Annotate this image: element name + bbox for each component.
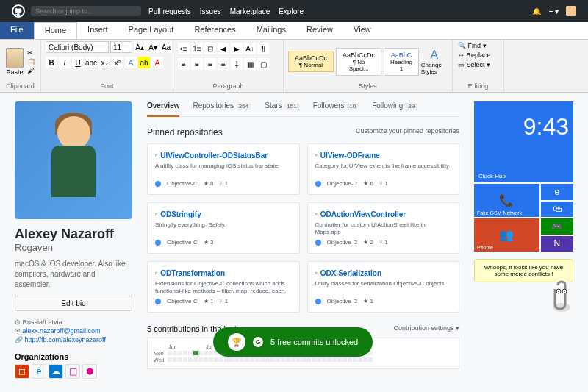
- repo-name: UIViewController-ODStatusBar: [160, 152, 268, 160]
- nav-explore[interactable]: Explore: [279, 7, 304, 15]
- tab-references[interactable]: References: [184, 22, 245, 39]
- replace-button[interactable]: ↔ Replace: [457, 51, 492, 60]
- highlight-icon[interactable]: ab: [138, 57, 150, 68]
- format-painter-icon[interactable]: 🖌: [27, 67, 35, 74]
- customize-link[interactable]: Customize your pinned repositories: [356, 127, 459, 138]
- ie-tile[interactable]: e: [541, 184, 573, 200]
- org-icon[interactable]: ☁: [49, 364, 63, 379]
- avatar[interactable]: [15, 101, 132, 219]
- repo-card[interactable]: ▫ODStringifyStringify everything. Safely…: [147, 202, 300, 254]
- search-input[interactable]: Search or jump to...: [31, 6, 141, 16]
- nav-issues[interactable]: Issues: [200, 7, 221, 15]
- onenote-tile[interactable]: N: [541, 236, 573, 252]
- repo-name: UIView-ODFrame: [320, 152, 380, 160]
- bullets-icon[interactable]: •≡: [178, 43, 190, 54]
- decrease-indent-icon[interactable]: ◀: [218, 43, 229, 54]
- tab-review[interactable]: Review: [296, 22, 343, 39]
- notifications-icon[interactable]: 🔔: [532, 7, 541, 15]
- org-icon[interactable]: ◫: [65, 364, 80, 379]
- url-link[interactable]: 🔗 http://fb.com/alexeynazaroff: [15, 336, 132, 343]
- tab-view[interactable]: View: [343, 22, 381, 39]
- shading-icon[interactable]: ▦: [244, 58, 256, 70]
- repo-card[interactable]: ▫ODActionViewControllerController for cu…: [307, 202, 460, 254]
- font-family-select[interactable]: [46, 41, 109, 53]
- justify-icon[interactable]: ≡: [218, 58, 229, 70]
- tab-file[interactable]: File: [0, 22, 34, 39]
- clock-tile[interactable]: 9:43 Clock Hub: [474, 101, 573, 182]
- select-button[interactable]: ▭ Select ▾: [457, 60, 491, 69]
- g-badge-icon: G: [253, 337, 263, 347]
- xbox-tile[interactable]: 🎮: [541, 218, 573, 235]
- github-logo-icon[interactable]: [12, 4, 25, 18]
- user-avatar-icon[interactable]: [566, 6, 576, 16]
- line-spacing-icon[interactable]: ‡: [231, 58, 243, 70]
- grow-font-icon[interactable]: A▴: [134, 41, 146, 53]
- bold-icon[interactable]: B: [46, 57, 57, 68]
- paragraph-group-label: Paragraph: [178, 82, 279, 90]
- editing-group-label: Editing: [457, 82, 499, 90]
- repo-card[interactable]: ▫UIViewController-ODStatusBarA utility c…: [147, 143, 300, 195]
- paste-button[interactable]: Paste: [4, 46, 25, 77]
- tab-mailings[interactable]: Mailings: [246, 22, 296, 39]
- edit-bio-button[interactable]: Edit bio: [15, 296, 132, 311]
- sort-icon[interactable]: A↓: [244, 43, 256, 54]
- nav-marketplace[interactable]: Marketplace: [230, 7, 270, 15]
- contrib-settings[interactable]: Contribution settings ▾: [393, 324, 459, 333]
- borders-icon[interactable]: ▢: [257, 58, 269, 70]
- font-size-select[interactable]: [110, 41, 132, 53]
- align-center-icon[interactable]: ≡: [191, 58, 203, 70]
- achievement-toast[interactable]: 🏆 G 5 free commits unlocked: [213, 327, 373, 357]
- text-effects-icon[interactable]: A: [125, 57, 137, 68]
- subscript-icon[interactable]: x₂: [98, 57, 110, 68]
- strikethrough-icon[interactable]: abc: [85, 57, 97, 68]
- org-icon[interactable]: ⬢: [82, 364, 97, 379]
- increase-indent-icon[interactable]: ▶: [231, 43, 243, 54]
- org-icon[interactable]: ◻: [15, 364, 29, 379]
- shrink-font-icon[interactable]: A▾: [147, 41, 159, 53]
- store-tile[interactable]: 🛍: [541, 202, 573, 218]
- nav-following[interactable]: Following 39: [372, 101, 417, 110]
- nav-overview[interactable]: Overview: [147, 101, 179, 117]
- underline-icon[interactable]: U: [72, 57, 84, 68]
- tab-page-layout[interactable]: Page Layout: [118, 22, 184, 39]
- nav-followers[interactable]: Followers 10: [313, 101, 359, 110]
- email-link[interactable]: ✉ alexx.nazaroff@gmail.com: [15, 327, 132, 335]
- repo-card[interactable]: ▫ODTransformationExtensions for Objectiv…: [147, 261, 300, 313]
- font-color-icon[interactable]: A: [151, 57, 163, 68]
- location: ⊙ Russia/Latvia: [15, 318, 132, 326]
- nav-pull-requests[interactable]: Pull requests: [148, 7, 191, 15]
- clippy-icon[interactable]: [547, 278, 576, 315]
- style-no-spacing[interactable]: AaBbCcDc¶ No Spaci...: [336, 48, 381, 76]
- org-icon[interactable]: e: [32, 364, 46, 379]
- change-case-icon[interactable]: Aa: [160, 41, 172, 53]
- align-left-icon[interactable]: ≡: [178, 58, 190, 70]
- repo-card[interactable]: ▫ODX.SerializationUtility classes for se…: [307, 261, 460, 313]
- find-button[interactable]: 🔍 Find ▾: [457, 41, 487, 50]
- styles-group-label: Styles: [288, 82, 448, 90]
- tab-home[interactable]: Home: [34, 22, 77, 39]
- align-right-icon[interactable]: ≡: [204, 58, 216, 70]
- numbering-icon[interactable]: 1≡: [191, 43, 203, 54]
- live-tiles: 9:43 Clock Hub 📞Fake GSM Network e 🛍 👥Pe…: [474, 101, 573, 379]
- style-heading1[interactable]: AaBbCHeading 1: [384, 48, 419, 76]
- people-tile[interactable]: 👥People: [474, 218, 539, 252]
- style-normal[interactable]: AaBbCcDc¶ Normal: [288, 51, 334, 72]
- change-styles-button[interactable]: AChange Styles: [421, 49, 448, 75]
- cut-icon[interactable]: ✂: [27, 49, 35, 57]
- font-group-label: Font: [46, 82, 168, 90]
- superscript-icon[interactable]: x²: [112, 57, 123, 68]
- italic-icon[interactable]: I: [59, 57, 71, 68]
- tab-insert[interactable]: Insert: [77, 22, 118, 39]
- nav-repos[interactable]: Repositories 364: [193, 101, 251, 110]
- show-marks-icon[interactable]: ¶: [257, 43, 269, 54]
- nav-stars[interactable]: Stars 151: [265, 101, 299, 110]
- ribbon-tabs: File Home Insert Page Layout References …: [0, 22, 588, 40]
- phone-tile[interactable]: 📞Fake GSM Network: [474, 184, 539, 217]
- multilevel-icon[interactable]: ⊟: [204, 43, 216, 54]
- pinned-grid: ▫UIViewController-ODStatusBarA utility c…: [147, 143, 459, 313]
- copy-icon[interactable]: 📋: [27, 58, 35, 65]
- profile-nickname: Rogaven: [15, 242, 132, 253]
- paste-icon: [6, 48, 24, 68]
- repo-card[interactable]: ▫UIView-ODFrameCategory for UIView exten…: [307, 143, 460, 195]
- add-menu-icon[interactable]: + ▾: [548, 7, 559, 15]
